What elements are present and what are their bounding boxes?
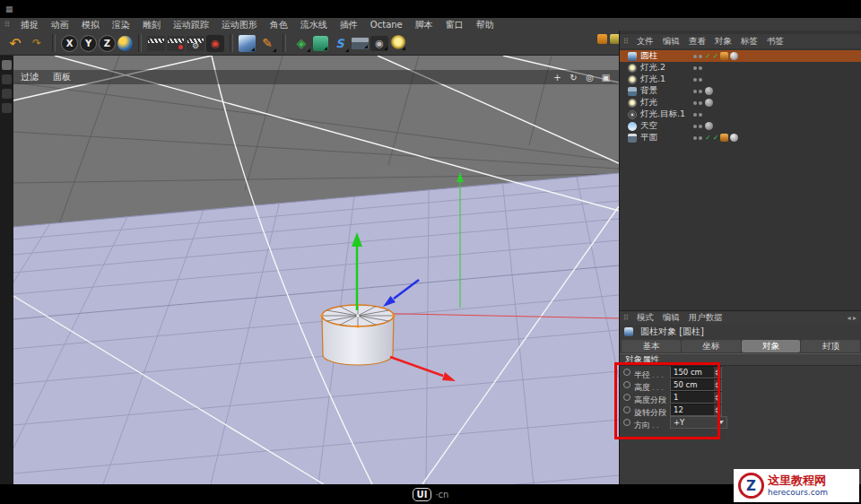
om-menu-objects[interactable]: 对象 — [710, 36, 736, 48]
menu-item[interactable]: 雕刻 — [136, 18, 167, 31]
render-settings-icon[interactable]: ⚙ — [187, 36, 204, 51]
material-tag-icon[interactable] — [705, 87, 713, 95]
menu-item[interactable]: 脚本 — [409, 18, 439, 31]
key-toggle-icon[interactable] — [623, 381, 631, 388]
toggle-view-icon[interactable]: ▣ — [600, 73, 612, 83]
material-tag-icon[interactable] — [720, 52, 728, 60]
visibility-dots[interactable] — [693, 78, 702, 82]
panel-grip-icon[interactable]: ⠿ — [0, 21, 14, 29]
key-toggle-icon[interactable] — [623, 419, 631, 426]
object-row-sky[interactable]: 天空 — [620, 120, 861, 132]
history-nav-icons[interactable]: ◂ ▸ — [847, 314, 861, 322]
phong-tag-icon[interactable] — [730, 52, 738, 60]
om-menu-view[interactable]: 查看 — [684, 36, 710, 48]
menu-item[interactable]: 插件 — [334, 18, 364, 31]
spinner-icon[interactable] — [714, 379, 721, 390]
object-row-background[interactable]: 背景 — [620, 85, 861, 97]
viewport[interactable]: 过滤 面板 + ↻ ◎ ▣ — [13, 56, 619, 484]
om-menu-tags[interactable]: 标签 — [736, 36, 762, 48]
object-row-light2[interactable]: 灯光.2 — [620, 62, 861, 74]
volume-icon[interactable] — [313, 36, 328, 51]
menu-item[interactable]: Octane — [364, 18, 409, 31]
octane-render-icon[interactable]: ◉ — [206, 35, 224, 52]
om-menu-file[interactable]: 文件 — [632, 36, 658, 48]
am-menu-mode[interactable]: 模式 — [632, 312, 658, 324]
camera-icon[interactable]: ◉ — [370, 36, 388, 51]
spinner-icon[interactable] — [714, 367, 721, 378]
object-row-cylinder[interactable]: 圆柱 ✓ ✓ — [620, 50, 861, 62]
tab-coordinates[interactable]: 坐标 — [682, 340, 741, 352]
visibility-dots[interactable] — [693, 66, 702, 70]
height-segments-field[interactable]: 1 — [670, 391, 722, 404]
viewport-menu-filter[interactable]: 过滤 — [13, 71, 46, 83]
environment-floor-icon[interactable] — [352, 38, 369, 49]
am-menu-userdata[interactable]: 用户数据 — [684, 312, 727, 324]
left-palette-icon[interactable] — [2, 103, 12, 113]
left-palette-icon[interactable] — [2, 60, 12, 70]
visibility-dots[interactable] — [693, 113, 702, 117]
om-menu-edit[interactable]: 编辑 — [658, 36, 684, 48]
axis-lock-x-icon[interactable]: X — [61, 35, 78, 52]
menu-item[interactable]: 运动跟踪 — [167, 18, 215, 31]
visibility-dots[interactable] — [693, 90, 702, 93]
enabled-check-icon[interactable]: ✓ — [705, 52, 711, 61]
deformer-icon[interactable]: S — [330, 33, 350, 53]
menu-item[interactable]: 流水线 — [294, 18, 334, 31]
coordinate-system-icon[interactable] — [117, 36, 133, 51]
tab-basic[interactable]: 基本 — [622, 340, 681, 352]
menu-item[interactable]: 捕捉 — [14, 18, 45, 31]
menu-item[interactable]: 模拟 — [75, 18, 106, 31]
object-row-light[interactable]: 灯光 — [620, 97, 861, 109]
spinner-icon[interactable] — [714, 392, 721, 403]
visibility-dots[interactable] — [693, 101, 702, 105]
target-tag-icon[interactable] — [705, 99, 713, 107]
object-row-light1[interactable]: 灯光.1 — [620, 74, 861, 85]
visibility-dots[interactable] — [693, 125, 702, 128]
enabled-check-icon[interactable]: ✓ — [713, 134, 719, 143]
tab-object[interactable]: 对象 — [742, 340, 801, 352]
undo-icon[interactable]: ↶ — [5, 33, 25, 53]
tab-caps[interactable]: 封顶 — [801, 340, 860, 352]
left-palette-icon[interactable] — [2, 89, 12, 99]
viewport-menu-panel[interactable]: 面板 — [46, 71, 78, 83]
om-menu-bookmarks[interactable]: 书签 — [762, 36, 788, 48]
orbit-view-icon[interactable]: ↻ — [568, 73, 579, 83]
scene-canvas[interactable] — [13, 56, 619, 484]
axis-lock-z-icon[interactable]: Z — [99, 35, 116, 52]
render-view-icon[interactable] — [147, 36, 165, 51]
key-toggle-icon[interactable] — [623, 369, 631, 376]
menu-item[interactable]: 动画 — [45, 18, 75, 31]
visibility-dots[interactable] — [693, 55, 702, 58]
visibility-dots[interactable] — [693, 136, 702, 140]
spline-pen-icon[interactable]: ✎ — [257, 33, 277, 53]
spinner-icon[interactable] — [714, 404, 721, 415]
menu-item[interactable]: 帮助 — [470, 18, 500, 31]
axis-lock-y-icon[interactable]: Y — [80, 35, 97, 52]
zoom-view-icon[interactable]: ◎ — [584, 73, 596, 83]
render-picture-viewer-icon[interactable] — [167, 36, 185, 51]
primitive-cube-icon[interactable] — [239, 35, 256, 52]
phong-tag-icon[interactable] — [730, 134, 738, 142]
am-menu-edit[interactable]: 编辑 — [658, 312, 684, 324]
enabled-check-icon[interactable]: ✓ — [705, 134, 711, 143]
enabled-check-icon[interactable]: ✓ — [713, 52, 719, 61]
key-toggle-icon[interactable] — [623, 394, 631, 401]
pan-view-icon[interactable]: + — [552, 73, 563, 83]
radius-field[interactable]: 150 cm — [670, 366, 722, 378]
material-tag-icon[interactable] — [705, 122, 713, 130]
rotation-segments-field[interactable]: 12 — [670, 404, 722, 416]
left-palette-icon[interactable] — [2, 74, 12, 84]
menu-item[interactable]: 角色 — [264, 18, 294, 31]
menu-item[interactable]: 渲染 — [106, 18, 136, 31]
object-row-plane[interactable]: 平面 ✓ ✓ — [620, 132, 861, 143]
layout-orange-icon[interactable] — [597, 34, 607, 44]
direction-dropdown[interactable]: +Y — [670, 416, 727, 429]
redo-icon[interactable]: ↷ — [27, 33, 47, 53]
key-toggle-icon[interactable] — [623, 406, 631, 413]
menu-item[interactable]: 运动图形 — [215, 18, 264, 31]
menu-item[interactable]: 窗口 — [439, 18, 470, 31]
object-row-light-target[interactable]: 灯光.目标.1 — [620, 109, 861, 120]
mograph-icon[interactable]: ◈ — [291, 33, 311, 53]
light-icon[interactable] — [390, 35, 406, 51]
material-tag-icon[interactable] — [720, 134, 728, 142]
